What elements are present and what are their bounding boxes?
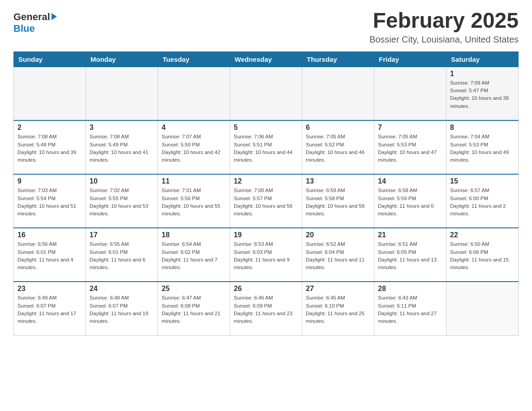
day-info: Sunrise: 6:48 AM Sunset: 6:07 PM Dayligh… bbox=[90, 294, 154, 325]
month-title: February 2025 bbox=[369, 9, 519, 33]
calendar-cell: 2Sunrise: 7:08 AM Sunset: 5:48 PM Daylig… bbox=[14, 120, 86, 174]
calendar-header-thursday: Thursday bbox=[302, 51, 374, 67]
day-number: 14 bbox=[378, 177, 442, 185]
day-info: Sunrise: 6:51 AM Sunset: 6:05 PM Dayligh… bbox=[378, 240, 442, 271]
logo-general-text: General bbox=[13, 11, 50, 23]
day-info: Sunrise: 7:07 AM Sunset: 5:50 PM Dayligh… bbox=[162, 133, 226, 164]
calendar-cell: 20Sunrise: 6:52 AM Sunset: 6:04 PM Dayli… bbox=[302, 228, 374, 282]
calendar-cell: 25Sunrise: 6:47 AM Sunset: 6:08 PM Dayli… bbox=[158, 282, 230, 335]
day-number: 18 bbox=[162, 231, 226, 239]
day-number: 25 bbox=[162, 285, 226, 293]
day-info: Sunrise: 6:59 AM Sunset: 5:58 PM Dayligh… bbox=[306, 187, 370, 218]
calendar-cell bbox=[158, 67, 230, 120]
location-subtitle: Bossier City, Louisiana, United States bbox=[369, 34, 519, 45]
day-number: 17 bbox=[90, 231, 154, 239]
calendar-table: SundayMondayTuesdayWednesdayThursdayFrid… bbox=[13, 51, 519, 336]
calendar-cell: 12Sunrise: 7:00 AM Sunset: 5:57 PM Dayli… bbox=[230, 174, 302, 228]
day-info: Sunrise: 7:01 AM Sunset: 5:56 PM Dayligh… bbox=[162, 187, 226, 218]
day-number: 13 bbox=[306, 177, 370, 185]
day-number: 10 bbox=[90, 177, 154, 185]
day-number: 16 bbox=[17, 231, 82, 239]
calendar-header-wednesday: Wednesday bbox=[230, 51, 302, 67]
day-info: Sunrise: 6:45 AM Sunset: 6:10 PM Dayligh… bbox=[306, 294, 370, 325]
calendar-cell: 17Sunrise: 6:55 AM Sunset: 6:01 PM Dayli… bbox=[86, 228, 158, 282]
title-section: February 2025 Bossier City, Louisiana, U… bbox=[369, 9, 519, 45]
day-number: 24 bbox=[90, 285, 154, 293]
calendar-cell: 13Sunrise: 6:59 AM Sunset: 5:58 PM Dayli… bbox=[302, 174, 374, 228]
day-number: 26 bbox=[234, 285, 298, 293]
calendar-cell: 23Sunrise: 6:49 AM Sunset: 6:07 PM Dayli… bbox=[14, 282, 86, 335]
day-number: 1 bbox=[450, 70, 515, 78]
day-info: Sunrise: 7:06 AM Sunset: 5:51 PM Dayligh… bbox=[234, 133, 298, 164]
calendar-cell: 26Sunrise: 6:46 AM Sunset: 6:09 PM Dayli… bbox=[230, 282, 302, 335]
calendar-cell: 8Sunrise: 7:04 AM Sunset: 5:53 PM Daylig… bbox=[446, 120, 519, 174]
day-number: 6 bbox=[306, 124, 370, 132]
calendar-cell: 3Sunrise: 7:08 AM Sunset: 5:49 PM Daylig… bbox=[86, 120, 158, 174]
day-info: Sunrise: 6:47 AM Sunset: 6:08 PM Dayligh… bbox=[162, 294, 226, 325]
calendar-cell: 14Sunrise: 6:58 AM Sunset: 5:59 PM Dayli… bbox=[374, 174, 446, 228]
day-info: Sunrise: 7:05 AM Sunset: 5:52 PM Dayligh… bbox=[306, 133, 370, 164]
day-number: 28 bbox=[378, 285, 442, 293]
calendar-cell: 11Sunrise: 7:01 AM Sunset: 5:56 PM Dayli… bbox=[158, 174, 230, 228]
day-info: Sunrise: 6:58 AM Sunset: 5:59 PM Dayligh… bbox=[378, 187, 442, 218]
day-info: Sunrise: 6:46 AM Sunset: 6:09 PM Dayligh… bbox=[234, 294, 298, 325]
calendar-cell bbox=[302, 67, 374, 120]
calendar-cell bbox=[374, 67, 446, 120]
calendar-cell bbox=[230, 67, 302, 120]
day-info: Sunrise: 7:04 AM Sunset: 5:53 PM Dayligh… bbox=[450, 133, 515, 164]
calendar-header-monday: Monday bbox=[86, 51, 158, 67]
calendar-cell: 24Sunrise: 6:48 AM Sunset: 6:07 PM Dayli… bbox=[86, 282, 158, 335]
calendar-cell: 19Sunrise: 6:53 AM Sunset: 6:03 PM Dayli… bbox=[230, 228, 302, 282]
calendar-cell: 28Sunrise: 6:43 AM Sunset: 6:11 PM Dayli… bbox=[374, 282, 446, 335]
day-number: 22 bbox=[450, 231, 515, 239]
day-info: Sunrise: 7:08 AM Sunset: 5:48 PM Dayligh… bbox=[17, 133, 82, 164]
calendar-header-friday: Friday bbox=[374, 51, 446, 67]
logo-arrow-icon bbox=[51, 13, 57, 20]
day-info: Sunrise: 6:43 AM Sunset: 6:11 PM Dayligh… bbox=[378, 294, 442, 325]
calendar-week-row: 2Sunrise: 7:08 AM Sunset: 5:48 PM Daylig… bbox=[14, 120, 519, 174]
day-number: 12 bbox=[234, 177, 298, 185]
day-info: Sunrise: 6:53 AM Sunset: 6:03 PM Dayligh… bbox=[234, 240, 298, 271]
day-number: 2 bbox=[17, 124, 82, 132]
calendar-header-tuesday: Tuesday bbox=[158, 51, 230, 67]
day-number: 21 bbox=[378, 231, 442, 239]
calendar-cell: 27Sunrise: 6:45 AM Sunset: 6:10 PM Dayli… bbox=[302, 282, 374, 335]
day-number: 27 bbox=[306, 285, 370, 293]
page-header: General Blue February 2025 Bossier City,… bbox=[13, 9, 519, 45]
calendar-cell bbox=[446, 282, 519, 335]
calendar-cell: 22Sunrise: 6:50 AM Sunset: 6:06 PM Dayli… bbox=[446, 228, 519, 282]
calendar-cell bbox=[86, 67, 158, 120]
day-info: Sunrise: 6:56 AM Sunset: 6:01 PM Dayligh… bbox=[17, 240, 82, 271]
calendar-cell: 6Sunrise: 7:05 AM Sunset: 5:52 PM Daylig… bbox=[302, 120, 374, 174]
calendar-week-row: 9Sunrise: 7:03 AM Sunset: 5:54 PM Daylig… bbox=[14, 174, 519, 228]
calendar-cell: 5Sunrise: 7:06 AM Sunset: 5:51 PM Daylig… bbox=[230, 120, 302, 174]
calendar-header-row: SundayMondayTuesdayWednesdayThursdayFrid… bbox=[14, 51, 519, 67]
day-number: 5 bbox=[234, 124, 298, 132]
day-number: 15 bbox=[450, 177, 515, 185]
calendar-cell: 1Sunrise: 7:09 AM Sunset: 5:47 PM Daylig… bbox=[446, 67, 519, 120]
calendar-cell: 10Sunrise: 7:02 AM Sunset: 5:55 PM Dayli… bbox=[86, 174, 158, 228]
day-number: 8 bbox=[450, 124, 515, 132]
day-number: 7 bbox=[378, 124, 442, 132]
day-number: 9 bbox=[17, 177, 82, 185]
day-info: Sunrise: 7:09 AM Sunset: 5:47 PM Dayligh… bbox=[450, 79, 515, 110]
calendar-header-saturday: Saturday bbox=[446, 51, 519, 67]
logo-blue-text: Blue bbox=[13, 23, 35, 34]
day-info: Sunrise: 6:52 AM Sunset: 6:04 PM Dayligh… bbox=[306, 240, 370, 271]
day-info: Sunrise: 6:54 AM Sunset: 6:02 PM Dayligh… bbox=[162, 240, 226, 271]
day-info: Sunrise: 6:57 AM Sunset: 6:00 PM Dayligh… bbox=[450, 187, 515, 218]
day-info: Sunrise: 7:08 AM Sunset: 5:49 PM Dayligh… bbox=[90, 133, 154, 164]
day-info: Sunrise: 7:00 AM Sunset: 5:57 PM Dayligh… bbox=[234, 187, 298, 218]
day-info: Sunrise: 7:03 AM Sunset: 5:54 PM Dayligh… bbox=[17, 187, 82, 218]
day-info: Sunrise: 6:50 AM Sunset: 6:06 PM Dayligh… bbox=[450, 240, 515, 271]
calendar-cell bbox=[14, 67, 86, 120]
day-number: 23 bbox=[17, 285, 82, 293]
day-number: 4 bbox=[162, 124, 226, 132]
calendar-week-row: 1Sunrise: 7:09 AM Sunset: 5:47 PM Daylig… bbox=[14, 67, 519, 120]
day-info: Sunrise: 7:02 AM Sunset: 5:55 PM Dayligh… bbox=[90, 187, 154, 218]
day-info: Sunrise: 7:05 AM Sunset: 5:53 PM Dayligh… bbox=[378, 133, 442, 164]
calendar-week-row: 16Sunrise: 6:56 AM Sunset: 6:01 PM Dayli… bbox=[14, 228, 519, 282]
day-number: 20 bbox=[306, 231, 370, 239]
day-info: Sunrise: 6:49 AM Sunset: 6:07 PM Dayligh… bbox=[17, 294, 82, 325]
calendar-cell: 18Sunrise: 6:54 AM Sunset: 6:02 PM Dayli… bbox=[158, 228, 230, 282]
